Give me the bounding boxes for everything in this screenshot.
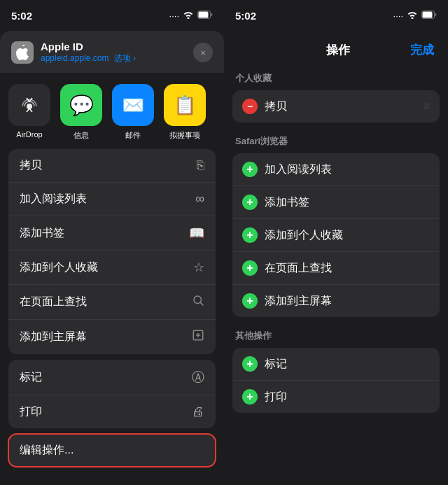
right-status-bar: 5:02 ···· — [224, 0, 448, 31]
close-button[interactable]: × — [193, 43, 213, 62]
battery-icon — [197, 10, 213, 21]
apple-id-option[interactable]: 选项 › — [114, 53, 136, 63]
right-item-find-on-page[interactable]: + 在页面上查找 — [232, 252, 440, 285]
left-status-bar: 5:02 ···· — [0, 0, 224, 31]
menu-item-print[interactable]: 打印 🖨 — [8, 395, 216, 428]
left-panel: 5:02 ···· — [0, 0, 224, 485]
right-item-reading-list[interactable]: + 加入阅读列表 — [232, 153, 440, 186]
messages-label: 信息 — [74, 130, 89, 141]
menu-item-find[interactable]: 在页面上查找 — [8, 285, 216, 320]
plus-button-find[interactable]: + — [242, 260, 258, 276]
right-item-markup[interactable]: + 标记 — [232, 348, 440, 381]
plus-button-bookmark[interactable]: + — [242, 195, 258, 210]
mail-icon: ✉️ — [112, 84, 154, 126]
plus-button-favorites[interactable]: + — [242, 227, 258, 243]
plus-button-homescreen[interactable]: + — [242, 293, 258, 309]
minus-button-copy[interactable]: − — [242, 99, 258, 114]
left-status-time: 5:02 — [11, 10, 32, 22]
svg-rect-1 — [199, 11, 209, 17]
menu-item-markup[interactable]: 标记 Ⓐ — [8, 360, 216, 395]
messages-icon: 💬 — [60, 84, 102, 126]
svg-line-4 — [200, 302, 203, 305]
print-icon: 🖨 — [192, 405, 204, 419]
menu-section-1: 拷贝 ⎘ 加入阅读列表 ∞ 添加书签 📖 添加到个人收藏 ☆ 在页面上查找 — [8, 149, 216, 354]
notes-label: 拟握事项 — [169, 130, 200, 141]
menu-item-copy[interactable]: 拷贝 ⎘ — [8, 149, 216, 183]
section-header-favorites: 个人收藏 — [224, 65, 448, 89]
right-title: 操作 — [326, 42, 350, 58]
svg-rect-9 — [423, 11, 433, 17]
right-item-add-homescreen[interactable]: + 添加到主屏幕 — [232, 285, 440, 317]
drag-handle-copy[interactable]: ≡ — [424, 100, 430, 113]
airdrop-label: AirDrop — [16, 130, 42, 139]
svg-point-3 — [194, 296, 202, 304]
section-header-other: 其他操作 — [224, 323, 448, 346]
right-signal-icon: ···· — [393, 10, 403, 21]
wifi-icon — [183, 10, 194, 21]
right-item-bookmark[interactable]: + 添加书签 — [232, 186, 440, 219]
plus-button-reading-list[interactable]: + — [242, 162, 258, 177]
right-item-print[interactable]: + 打印 — [232, 381, 440, 413]
done-button[interactable]: 完成 — [410, 42, 434, 58]
right-status-icons: ···· — [393, 10, 437, 21]
share-icon-notes[interactable]: 📋 拟握事项 — [161, 84, 209, 141]
menu-item-add-homescreen[interactable]: 添加到主屏幕 — [8, 320, 216, 354]
search-icon — [192, 294, 204, 310]
share-icon-mail[interactable]: ✉️ 邮件 — [109, 84, 157, 141]
menu-item-bookmark[interactable]: 添加书签 📖 — [8, 216, 216, 251]
plus-button-print[interactable]: + — [242, 389, 258, 405]
apple-id-sub: appleid.apple.com 选项 › — [41, 52, 136, 64]
add-square-icon — [192, 329, 204, 345]
star-icon: ☆ — [193, 260, 204, 275]
menu-item-favorites[interactable]: 添加到个人收藏 ☆ — [8, 251, 216, 285]
menu-item-edit-actions[interactable]: 编辑操作... — [8, 434, 216, 467]
menu-section-3: 编辑操作... — [8, 434, 216, 467]
notes-icon: 📋 — [164, 84, 206, 126]
right-item-copy[interactable]: − 拷贝 ≡ — [232, 90, 440, 122]
apple-id-title: Apple ID — [41, 41, 136, 52]
compass-icon: Ⓐ — [192, 369, 204, 386]
safari-section: + 加入阅读列表 + 添加书签 + 添加到个人收藏 + 在页面上查找 — [232, 153, 440, 317]
mail-label: 邮件 — [125, 130, 141, 141]
plus-button-markup[interactable]: + — [242, 356, 258, 372]
apple-id-header: Apple ID appleid.apple.com 选项 › × — [0, 31, 224, 73]
share-icons-row: AirDrop 💬 信息 ✉️ 邮件 📋 拟握事项 — [0, 73, 224, 146]
book-icon: 📖 — [189, 225, 204, 241]
right-battery-icon — [421, 10, 437, 21]
glasses-icon: ∞ — [195, 192, 204, 206]
favorites-section: − 拷贝 ≡ — [232, 90, 440, 122]
menu-section-2: 标记 Ⓐ 打印 🖨 — [8, 360, 216, 428]
section-header-safari: Safari浏览器 — [224, 128, 448, 152]
right-wifi-icon — [407, 10, 418, 21]
right-status-time: 5:02 — [235, 10, 256, 22]
airdrop-icon — [8, 84, 50, 126]
signal-icon: ···· — [169, 10, 179, 21]
menu-item-reading-list[interactable]: 加入阅读列表 ∞ — [8, 183, 216, 216]
share-icon-airdrop[interactable]: AirDrop — [6, 84, 53, 141]
apple-id-info: Apple ID appleid.apple.com 选项 › — [41, 41, 136, 64]
left-status-icons: ···· — [169, 10, 213, 21]
other-section: + 标记 + 打印 — [232, 348, 440, 413]
right-header: 操作 完成 — [224, 31, 448, 65]
right-item-add-favorites[interactable]: + 添加到个人收藏 — [232, 219, 440, 252]
share-icon-messages[interactable]: 💬 信息 — [57, 84, 105, 141]
copy-icon: ⎘ — [197, 158, 204, 173]
apple-logo — [11, 41, 34, 64]
right-panel: 5:02 ···· 操作 — [224, 0, 448, 485]
